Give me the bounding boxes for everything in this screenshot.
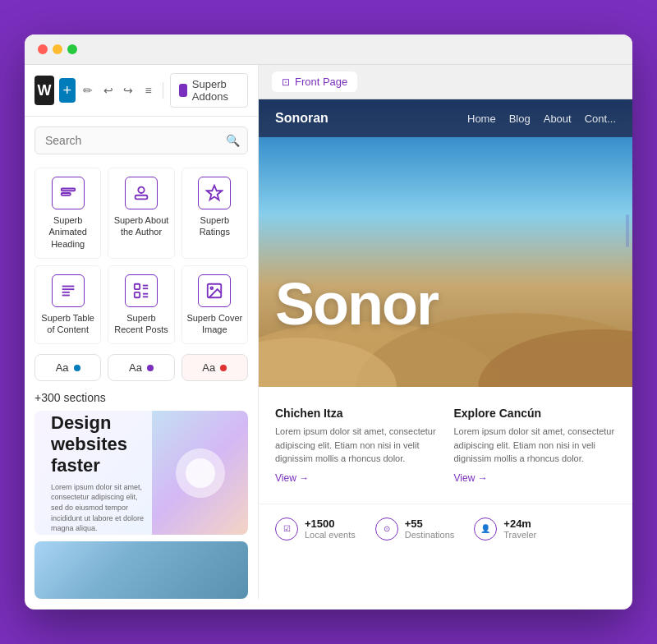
app-content: W + ✏ ↩ ↪ ≡ Superb Ad: [25, 65, 632, 599]
block-label-ratings: Superb Ratings: [186, 214, 244, 238]
theme-chip-3[interactable]: Aa: [181, 354, 248, 381]
stats-bar: ☑ +1500 Local events ⊙ +55 Destinations: [259, 504, 632, 554]
undo-button[interactable]: ↩: [100, 79, 116, 102]
search-input[interactable]: [34, 126, 248, 154]
traveler-label: Traveler: [503, 530, 536, 540]
cover-image-icon: [198, 274, 231, 307]
table-of-content-icon: [52, 274, 85, 307]
toolbar-divider: [163, 82, 163, 99]
chichen-body: Lorem ipsum dolor sit amet, consectetur …: [275, 425, 438, 466]
globe-icon: ⊙: [375, 518, 398, 540]
traffic-light-red[interactable]: [38, 44, 48, 54]
stat-local-events: ☑ +1500 Local events: [275, 518, 356, 540]
content-col-cancun: Explore Cancún Lorem ipsum dolor sit ame…: [454, 407, 617, 484]
theme-dot-red: [220, 365, 227, 371]
calendar-icon: ☑: [275, 518, 298, 540]
block-label-table-of-content: Superb Table of Content: [39, 312, 97, 336]
svg-point-2: [138, 187, 144, 193]
plugin-badge[interactable]: Superb Addons: [170, 73, 248, 108]
add-block-button[interactable]: +: [59, 78, 76, 103]
plus-icon: +: [63, 82, 72, 99]
website-nav: Sonoran Home Blog About Cont...: [259, 99, 632, 137]
website-preview: Sonoran Home Blog About Cont... Sonor: [259, 99, 632, 599]
nav-link-home: Home: [467, 113, 496, 125]
themes-row: Aa Aa Aa: [25, 354, 258, 391]
redo-button[interactable]: ↪: [121, 79, 136, 102]
undo-icon: ↩: [103, 84, 113, 97]
chichen-view-link[interactable]: View →: [275, 472, 438, 484]
block-item-cover-image[interactable]: Superb Cover Image: [181, 265, 248, 345]
content-section: Chichen Itza Lorem ipsum dolor sit amet,…: [259, 387, 632, 504]
preview-card-design-text: Design websites faster: [51, 412, 150, 477]
destinations-label: Destinations: [405, 530, 455, 540]
chichen-heading: Chichen Itza: [275, 407, 438, 420]
animated-heading-icon: [52, 177, 85, 209]
preview-card-design[interactable]: Design websites faster Lorem ipsum dolor…: [34, 411, 248, 535]
nav-link-blog: Blog: [509, 113, 531, 125]
theme-chip-2[interactable]: Aa: [108, 354, 174, 381]
theme-aa-label-1: Aa: [56, 361, 69, 374]
browser-chrome: [25, 34, 632, 65]
site-logo: Sonoran: [275, 111, 328, 126]
destinations-num: +55: [405, 518, 455, 530]
block-label-cover-image: Superb Cover Image: [186, 312, 244, 336]
wp-logo-icon[interactable]: W: [34, 76, 54, 105]
cancun-heading: Explore Cancún: [454, 407, 617, 420]
search-icon: 🔍: [226, 134, 240, 147]
search-bar: 🔍: [34, 126, 248, 154]
sections-preview: Design websites faster Lorem ipsum dolor…: [25, 411, 258, 599]
cancun-view-link[interactable]: View →: [454, 472, 617, 484]
scrollbar[interactable]: [626, 214, 629, 247]
pen-tool-button[interactable]: ✏: [80, 79, 96, 102]
list-view-button[interactable]: ≡: [140, 79, 156, 102]
sidebar-toolbar: W + ✏ ↩ ↪ ≡ Superb Ad: [25, 65, 258, 117]
svg-marker-4: [207, 186, 222, 200]
svg-rect-12: [135, 292, 140, 297]
block-item-table-of-content[interactable]: Superb Table of Content: [34, 265, 101, 345]
block-item-about-author[interactable]: Superb About the Author: [108, 168, 174, 259]
nav-link-contact: Cont...: [585, 113, 616, 125]
svg-rect-9: [135, 284, 140, 289]
preview-pane: ⊡ Front Page: [259, 65, 632, 599]
preview-card-design-image: [152, 411, 248, 535]
block-label-recent-posts: Superb Recent Posts: [112, 312, 170, 336]
blocks-grid: Superb Animated Heading Superb About the…: [25, 164, 258, 354]
theme-aa-label-2: Aa: [129, 361, 142, 374]
page-icon: ⊡: [282, 76, 290, 88]
traffic-lights: [38, 44, 77, 54]
theme-dot-purple: [147, 365, 154, 371]
theme-chip-1[interactable]: Aa: [34, 354, 101, 381]
svg-point-16: [211, 287, 214, 289]
hero-title: Sonor: [275, 270, 438, 338]
nav-link-about: About: [544, 113, 572, 125]
hero-section: Sonoran Home Blog About Cont... Sonor: [259, 99, 632, 387]
about-author-icon: [125, 177, 158, 209]
preview-tab-bar: ⊡ Front Page: [259, 65, 632, 99]
block-item-ratings[interactable]: Superb Ratings: [181, 168, 248, 259]
people-icon: 👤: [474, 518, 497, 540]
traveler-num: +24m: [503, 518, 536, 530]
preview-card-design-sub: Lorem ipsum dolor sit amet, consectetur …: [51, 482, 150, 534]
list-icon: ≡: [145, 84, 152, 97]
block-label-animated-heading: Superb Animated Heading: [39, 214, 97, 250]
browser-window: W + ✏ ↩ ↪ ≡ Superb Ad: [25, 34, 632, 610]
svg-rect-0: [61, 189, 75, 191]
preview-card-abstract[interactable]: [34, 541, 248, 599]
plugin-name-label: Superb Addons: [192, 78, 239, 103]
cancun-body: Lorem ipsum dolor sit amet, consectetur …: [454, 425, 617, 466]
block-item-recent-posts[interactable]: Superb Recent Posts: [108, 265, 174, 345]
ratings-icon: [198, 177, 231, 209]
stat-destinations: ⊙ +55 Destinations: [375, 518, 455, 540]
block-item-animated-heading[interactable]: Superb Animated Heading: [34, 168, 101, 259]
front-page-tab[interactable]: ⊡ Front Page: [272, 71, 357, 92]
nav-links: Home Blog About Cont...: [467, 113, 616, 125]
content-col-chichen: Chichen Itza Lorem ipsum dolor sit amet,…: [275, 407, 438, 484]
pen-icon: ✏: [83, 84, 93, 97]
stat-traveler: 👤 +24m Traveler: [474, 518, 536, 540]
traffic-light-green[interactable]: [67, 44, 77, 54]
svg-rect-3: [136, 196, 148, 200]
traffic-light-yellow[interactable]: [53, 44, 62, 54]
sidebar: W + ✏ ↩ ↪ ≡ Superb Ad: [25, 65, 259, 599]
local-events-label: Local events: [305, 530, 356, 540]
plugin-badge-icon: [179, 84, 187, 97]
